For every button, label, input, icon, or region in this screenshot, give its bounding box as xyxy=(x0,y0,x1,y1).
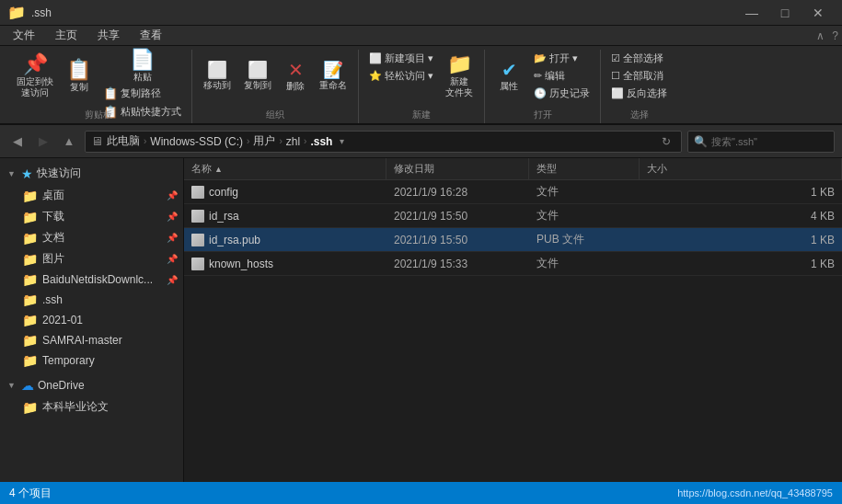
ribbon-pin-button[interactable]: 📌 固定到快速访问 xyxy=(11,50,59,103)
ribbon-properties-button[interactable]: ✔ 属性 xyxy=(490,50,527,103)
pin-icon: 📌 xyxy=(23,54,48,74)
file-type-config: 文件 xyxy=(529,184,640,200)
table-row[interactable]: known_hosts 2021/1/9 15:33 文件 1 KB xyxy=(184,252,842,276)
onedrive-label: OneDrive xyxy=(38,379,85,392)
search-box[interactable]: 🔍 xyxy=(687,131,835,153)
organize-label: 组织 xyxy=(192,109,358,121)
sidebar-item-2021[interactable]: 📁 2021-01 xyxy=(0,310,183,330)
onedrive-header[interactable]: ▼ ☁ OneDrive xyxy=(0,374,183,396)
ribbon-paste-button[interactable]: 📄 粘贴 xyxy=(98,50,186,83)
file-icon-knownhosts xyxy=(191,258,204,270)
new-label: 新建 xyxy=(359,109,484,121)
file-list-header: 名称 ▲ 修改日期 类型 大小 xyxy=(184,158,842,180)
col-header-date[interactable]: 修改日期 xyxy=(386,158,529,179)
address-dropdown-icon[interactable]: ▾ xyxy=(340,136,344,146)
quick-access-header[interactable]: ▼ ★ 快速访问 xyxy=(0,162,183,185)
sidebar-item-documents[interactable]: 📁 文档 📌 xyxy=(0,227,183,248)
documents-pin-icon: 📌 xyxy=(167,233,178,243)
ribbon-delete-button[interactable]: ✕ 删除 xyxy=(279,50,312,103)
maximize-button[interactable]: □ xyxy=(768,0,802,26)
sidebar-downloads-label: 下载 xyxy=(42,209,64,224)
file-name-idrsa: id_rsa xyxy=(184,210,386,223)
ribbon-collapse[interactable]: ∧ xyxy=(816,29,825,42)
col-header-name[interactable]: 名称 ▲ xyxy=(184,158,386,179)
ribbon-move-button[interactable]: ⬜ 移动到 xyxy=(198,50,236,103)
back-button[interactable]: ◀ xyxy=(7,132,28,152)
sidebar-item-temporary[interactable]: 📁 Temporary xyxy=(0,350,183,371)
easy-access-icon: ⭐ xyxy=(369,70,382,82)
sidebar-desktop-label: 桌面 xyxy=(42,188,64,203)
sidebar-documents-label: 文档 xyxy=(42,230,64,246)
properties-icon: ✔ xyxy=(502,61,517,79)
ribbon-open-button[interactable]: 📂 打开 ▾ xyxy=(529,50,594,66)
col-header-size[interactable]: 大小 xyxy=(640,158,842,179)
copy-to-icon: ⬜ xyxy=(248,62,268,78)
onedrive-icon: ☁ xyxy=(21,378,34,393)
table-row[interactable]: id_rsa 2021/1/9 15:50 文件 4 KB xyxy=(184,204,842,228)
ribbon-edit-button[interactable]: ✏ 编辑 xyxy=(529,67,594,84)
ribbon-easy-access-button[interactable]: ⭐ 轻松访问 ▾ xyxy=(364,67,438,84)
file-size-idrsapub: 1 KB xyxy=(640,234,842,246)
menu-home[interactable]: 主页 xyxy=(46,26,87,45)
sidebar-item-downloads[interactable]: 📁 下载 📌 xyxy=(0,206,183,227)
menu-bar: 文件 主页 共享 查看 ∧ ? xyxy=(0,26,842,46)
ribbon-copy-to-button[interactable]: ⬜ 复制到 xyxy=(238,50,277,103)
up-button[interactable]: ▲ xyxy=(59,132,79,152)
minimize-button[interactable]: — xyxy=(735,0,768,26)
baidu-pin-icon: 📌 xyxy=(167,275,178,285)
file-name-knownhosts: known_hosts xyxy=(184,258,386,270)
refresh-button[interactable]: ↻ xyxy=(657,132,675,151)
file-type-idrsapub: PUB 文件 xyxy=(529,232,640,247)
forward-button[interactable]: ▶ xyxy=(33,132,53,152)
col-header-type[interactable]: 类型 xyxy=(529,158,640,179)
ribbon-new-folder-button[interactable]: 📁 新建文件夹 xyxy=(440,50,479,103)
sidebar-item-ssh[interactable]: 📁 .ssh xyxy=(0,290,183,310)
ribbon-select-all-button[interactable]: ☑ 全部选择 xyxy=(606,50,672,66)
ribbon-deselect-all-button[interactable]: ☐ 全部取消 xyxy=(606,67,672,84)
close-button[interactable]: ✕ xyxy=(802,0,835,26)
pin-icon: 📌 xyxy=(167,190,178,200)
ribbon-rename-button[interactable]: 📝 重命名 xyxy=(314,50,352,103)
main-area: ▼ ★ 快速访问 📁 桌面 📌 📁 下载 📌 📁 文档 📌 📁 图片 📌 📁 B… xyxy=(0,158,842,482)
address-bar[interactable]: 🖥 此电脑 › Windows-SSD (C:) › 用户 › zhl › .s… xyxy=(85,131,682,153)
quick-access-star-icon: ★ xyxy=(21,166,33,181)
crumb-drive[interactable]: Windows-SSD (C:) xyxy=(150,135,243,148)
sidebar-ssh-label: .ssh xyxy=(42,293,63,306)
menu-share[interactable]: 共享 xyxy=(88,26,129,45)
select-all-icon: ☑ xyxy=(611,52,620,64)
ribbon-copy-path-button[interactable]: 📋 复制路径 xyxy=(98,85,186,101)
sort-arrow-icon: ▲ xyxy=(214,165,223,174)
ribbon-history-button[interactable]: 🕒 历史记录 xyxy=(529,85,594,101)
menu-view[interactable]: 查看 xyxy=(131,26,171,45)
crumb-user[interactable]: zhl xyxy=(286,135,300,148)
ribbon-new-project-button[interactable]: ⬜ 新建项目 ▾ xyxy=(364,50,438,66)
quick-access-label: 快速访问 xyxy=(37,166,81,181)
help-icon[interactable]: ? xyxy=(832,29,838,42)
sidebar-item-thesis[interactable]: 📁 本科毕业论文 xyxy=(0,396,183,418)
pictures-pin-icon: 📌 xyxy=(167,254,178,264)
search-input[interactable] xyxy=(711,136,828,147)
new-project-icon: ⬜ xyxy=(369,52,382,64)
sidebar-item-desktop[interactable]: 📁 桌面 📌 xyxy=(0,185,183,206)
crumb-current[interactable]: .ssh xyxy=(310,135,332,148)
delete-icon: ✕ xyxy=(288,61,304,79)
sidebar-item-pictures[interactable]: 📁 图片 📌 xyxy=(0,248,183,269)
sidebar-item-samrai[interactable]: 📁 SAMRAI-master xyxy=(0,330,183,350)
title-bar-icon: 📁 xyxy=(7,4,26,21)
ribbon-copy-button[interactable]: 📋 复制 xyxy=(61,50,97,103)
copy-icon: 📋 xyxy=(66,60,91,80)
status-link[interactable]: https://blog.csdn.net/qq_43488795 xyxy=(677,487,833,498)
menu-file[interactable]: 文件 xyxy=(4,26,44,45)
table-row[interactable]: config 2021/1/9 16:28 文件 1 KB xyxy=(184,180,842,204)
sidebar-2021-label: 2021-01 xyxy=(42,314,83,326)
downloads-pin-icon: 📌 xyxy=(167,212,178,222)
file-date-idrsapub: 2021/1/9 15:50 xyxy=(386,234,529,246)
open-icon: 📂 xyxy=(534,52,547,64)
sidebar-baidu-label: BaiduNetdiskDownlc... xyxy=(42,273,153,286)
ribbon-invert-button[interactable]: ⬜ 反向选择 xyxy=(606,85,672,101)
ssh-folder-icon: 📁 xyxy=(22,292,38,307)
sidebar-item-baidu[interactable]: 📁 BaiduNetdiskDownlc... 📌 xyxy=(0,269,183,290)
table-row[interactable]: id_rsa.pub 2021/1/9 15:50 PUB 文件 1 KB xyxy=(184,228,842,252)
crumb-users[interactable]: 用户 xyxy=(253,133,275,149)
crumb-computer[interactable]: 此电脑 xyxy=(107,133,140,149)
